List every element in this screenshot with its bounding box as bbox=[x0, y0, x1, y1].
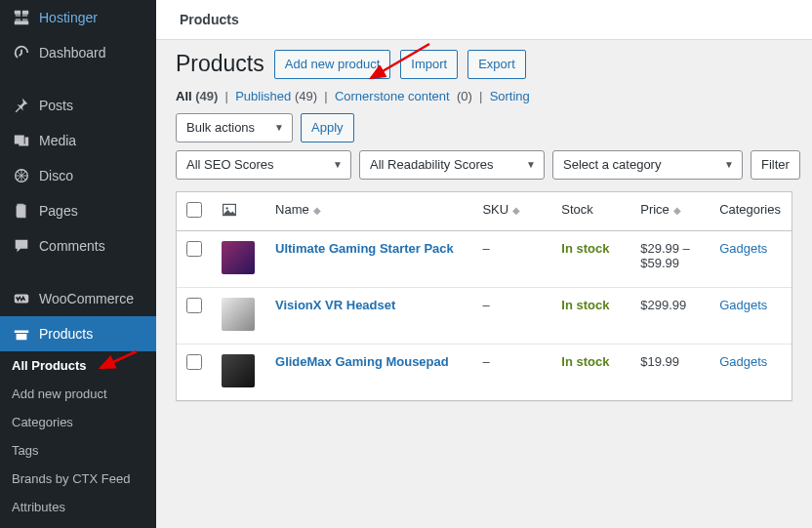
topbar: Products bbox=[156, 0, 812, 40]
pages-icon bbox=[12, 201, 31, 221]
sort-icon: ◆ bbox=[313, 205, 321, 216]
filter-published[interactable]: Published (49) bbox=[235, 89, 317, 103]
dashboard-icon bbox=[12, 43, 31, 62]
column-name[interactable]: Name◆ bbox=[265, 192, 472, 231]
product-price: $29.99 – $59.99 bbox=[630, 230, 710, 287]
sort-icon: ◆ bbox=[512, 205, 520, 216]
row-checkbox[interactable] bbox=[186, 354, 202, 370]
comments-icon bbox=[12, 236, 31, 256]
sidebar-sub-add-new[interactable]: Add new product bbox=[0, 380, 156, 408]
product-name-link[interactable]: GlideMax Gaming Mousepad bbox=[275, 354, 449, 369]
product-price: $19.99 bbox=[630, 344, 710, 400]
media-icon bbox=[12, 131, 31, 150]
product-category-link[interactable]: Gadgets bbox=[719, 241, 767, 256]
column-image[interactable] bbox=[212, 192, 265, 231]
woocommerce-icon bbox=[12, 289, 31, 308]
status-filter-links: All (49) | Published (49) | Cornerstone … bbox=[176, 89, 792, 103]
stock-status: In stock bbox=[561, 241, 609, 256]
product-category-link[interactable]: Gadgets bbox=[719, 354, 767, 369]
sidebar-sub-attributes[interactable]: Attributes bbox=[0, 493, 156, 521]
table-row: Ultimate Gaming Starter Pack – In stock … bbox=[177, 230, 792, 287]
sidebar-item-label: Hostinger bbox=[39, 10, 98, 25]
filter-all[interactable]: All (49) bbox=[176, 89, 218, 103]
table-row: GlideMax Gaming Mousepad – In stock $19.… bbox=[177, 344, 792, 400]
category-select[interactable]: Select a category▼ bbox=[552, 150, 743, 180]
product-name-link[interactable]: Ultimate Gaming Starter Pack bbox=[275, 241, 454, 256]
svg-point-4 bbox=[226, 207, 228, 209]
sidebar-sub-all-products[interactable]: All Products bbox=[0, 351, 156, 380]
sidebar-item-label: Dashboard bbox=[39, 45, 106, 61]
import-button[interactable]: Import bbox=[400, 50, 458, 79]
filter-sorting[interactable]: Sorting bbox=[490, 89, 530, 103]
column-price[interactable]: Price◆ bbox=[630, 192, 710, 231]
products-icon bbox=[12, 324, 31, 344]
sidebar-item-label: Comments bbox=[39, 238, 105, 254]
pin-icon bbox=[12, 96, 31, 115]
sidebar-item-label: Posts bbox=[39, 98, 73, 113]
column-stock[interactable]: Stock bbox=[551, 192, 630, 231]
stock-status: In stock bbox=[561, 298, 609, 312]
filter-cornerstone[interactable]: Cornerstone content (0) bbox=[335, 89, 472, 103]
filter-selects-row: All SEO Scores▼ All Readability Scores▼ … bbox=[176, 150, 792, 180]
product-thumbnail[interactable] bbox=[222, 241, 255, 274]
product-sku: – bbox=[472, 230, 551, 287]
sidebar-sub-reviews[interactable]: Reviews bbox=[0, 521, 156, 528]
product-thumbnail[interactable] bbox=[222, 354, 255, 387]
sidebar-item-comments[interactable]: Comments bbox=[0, 228, 156, 264]
page-title: Products bbox=[176, 51, 264, 77]
page-header: Products Add new product Import Export bbox=[176, 50, 792, 79]
table-row: VisionX VR Headset – In stock $299.99 Ga… bbox=[177, 287, 792, 344]
add-new-product-button[interactable]: Add new product bbox=[274, 50, 391, 79]
filter-button[interactable]: Filter bbox=[751, 150, 800, 180]
sidebar-item-products[interactable]: Products bbox=[0, 316, 156, 351]
readability-select[interactable]: All Readability Scores▼ bbox=[359, 150, 545, 180]
hostinger-icon bbox=[12, 8, 31, 27]
sidebar-item-label: Disco bbox=[39, 168, 73, 183]
sidebar-sub-categories[interactable]: Categories bbox=[0, 408, 156, 436]
product-thumbnail[interactable] bbox=[222, 298, 255, 331]
sidebar-item-label: Pages bbox=[39, 203, 78, 219]
sidebar-sub-brands[interactable]: Brands by CTX Feed bbox=[0, 465, 156, 493]
product-sku: – bbox=[472, 287, 551, 344]
sort-icon: ◆ bbox=[673, 205, 681, 216]
product-category-link[interactable]: Gadgets bbox=[719, 298, 767, 312]
product-price: $299.99 bbox=[630, 287, 710, 344]
sidebar-item-woocommerce[interactable]: WooCommerce bbox=[0, 281, 156, 316]
sidebar-item-posts[interactable]: Posts bbox=[0, 88, 156, 123]
sidebar-item-media[interactable]: Media bbox=[0, 123, 156, 158]
sidebar-item-disco[interactable]: Disco bbox=[0, 158, 156, 193]
row-checkbox[interactable] bbox=[186, 298, 202, 313]
apply-button[interactable]: Apply bbox=[301, 113, 354, 142]
product-name-link[interactable]: VisionX VR Headset bbox=[275, 298, 395, 312]
sidebar-item-dashboard[interactable]: Dashboard bbox=[0, 35, 156, 70]
products-table: Name◆ SKU◆ Stock Price◆ Categories Ultim… bbox=[176, 191, 792, 401]
main-content: Products Products Add new product Import… bbox=[156, 0, 812, 528]
chevron-down-icon: ▼ bbox=[724, 159, 734, 170]
chevron-down-icon: ▼ bbox=[526, 159, 536, 170]
sidebar-item-label: Products bbox=[39, 326, 93, 342]
image-icon bbox=[222, 202, 237, 218]
bulk-actions-row: Bulk actions▼ Apply bbox=[176, 113, 792, 142]
bulk-actions-select[interactable]: Bulk actions▼ bbox=[176, 113, 293, 142]
admin-sidebar: Hostinger Dashboard Posts Media Disco Pa… bbox=[0, 0, 156, 528]
select-all-checkbox[interactable] bbox=[186, 202, 202, 218]
sidebar-item-pages[interactable]: Pages bbox=[0, 193, 156, 228]
seo-scores-select[interactable]: All SEO Scores▼ bbox=[176, 150, 351, 180]
stock-status: In stock bbox=[561, 354, 609, 369]
row-checkbox[interactable] bbox=[186, 241, 202, 257]
sidebar-item-label: WooCommerce bbox=[39, 291, 134, 306]
column-categories[interactable]: Categories bbox=[710, 192, 792, 231]
disco-icon bbox=[12, 166, 31, 185]
export-button[interactable]: Export bbox=[467, 50, 526, 79]
svg-rect-1 bbox=[17, 206, 25, 218]
column-sku[interactable]: SKU◆ bbox=[472, 192, 551, 231]
product-sku: – bbox=[472, 344, 551, 400]
sidebar-sub-tags[interactable]: Tags bbox=[0, 436, 156, 465]
chevron-down-icon: ▼ bbox=[274, 122, 284, 133]
chevron-down-icon: ▼ bbox=[333, 159, 343, 170]
content-area: Products Add new product Import Export A… bbox=[156, 40, 812, 416]
topbar-title: Products bbox=[180, 12, 789, 27]
sidebar-item-hostinger[interactable]: Hostinger bbox=[0, 0, 156, 35]
sidebar-item-label: Media bbox=[39, 133, 76, 148]
